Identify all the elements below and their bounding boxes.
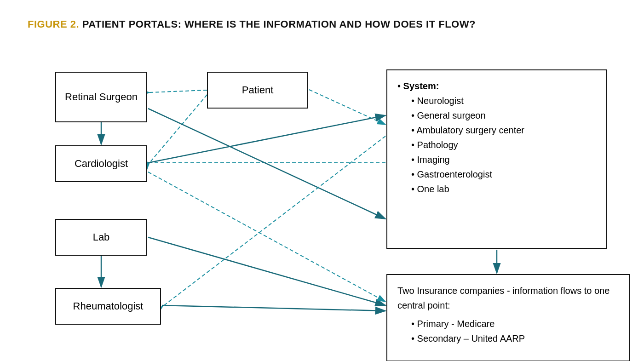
box-retinal: Retinal Surgeon xyxy=(55,72,147,122)
insurance-list: Primary - Medicare Secondary – United AA… xyxy=(397,316,619,346)
insurance-item-1: Primary - Medicare xyxy=(411,316,619,331)
svg-line-9 xyxy=(309,90,385,125)
box-lab: Lab xyxy=(55,219,147,256)
figure-title: FIGURE 2. PATIENT PORTALS: WHERE IS THE … xyxy=(28,18,616,30)
system-content: System: Neurologist General surgeon Ambu… xyxy=(397,79,596,196)
system-list: Neurologist General surgeon Ambulatory s… xyxy=(397,93,596,196)
diagram-area: Retinal Surgeon Patient Cardiologist Lab… xyxy=(28,44,616,357)
system-item-2: General surgeon xyxy=(411,108,596,123)
insurance-item-2: Secondary – United AARP xyxy=(411,331,619,346)
svg-line-13 xyxy=(162,305,385,311)
box-patient: Patient xyxy=(207,72,308,109)
insurance-intro: Two Insurance companies - information fl… xyxy=(397,283,619,313)
box-rheumatologist: Rheumatologist xyxy=(55,288,161,325)
figure-title-text: PATIENT PORTALS: WHERE IS THE INFORMATIO… xyxy=(82,18,476,30)
svg-line-6 xyxy=(150,90,207,92)
system-heading: System: xyxy=(397,79,596,93)
rheumatologist-label: Rheumatologist xyxy=(73,300,144,312)
page-container: FIGURE 2. PATIENT PORTALS: WHERE IS THE … xyxy=(0,0,644,361)
svg-line-10 xyxy=(148,109,385,219)
cardiologist-label: Cardiologist xyxy=(75,158,128,170)
box-system: System: Neurologist General surgeon Ambu… xyxy=(386,69,607,249)
svg-line-14 xyxy=(163,136,385,306)
system-item-1: Neurologist xyxy=(411,93,596,108)
lab-label: Lab xyxy=(93,231,110,243)
system-item-7: One lab xyxy=(411,182,596,196)
box-insurance: Two Insurance companies - information fl… xyxy=(386,274,630,361)
retinal-label: Retinal Surgeon xyxy=(65,91,138,103)
svg-line-12 xyxy=(148,237,385,305)
system-item-4: Pathology xyxy=(411,138,596,152)
figure-label: FIGURE 2. xyxy=(28,18,79,30)
system-item-5: Imaging xyxy=(411,152,596,167)
insurance-content: Two Insurance companies - information fl… xyxy=(397,283,619,346)
svg-line-15 xyxy=(148,172,385,302)
system-item-6: Gastroenterologist xyxy=(411,167,596,182)
box-cardiologist: Cardiologist xyxy=(55,145,147,182)
svg-line-7 xyxy=(150,95,207,163)
system-item-3: Ambulatory surgery center xyxy=(411,123,596,138)
svg-line-11 xyxy=(148,115,385,163)
patient-label: Patient xyxy=(242,84,274,96)
